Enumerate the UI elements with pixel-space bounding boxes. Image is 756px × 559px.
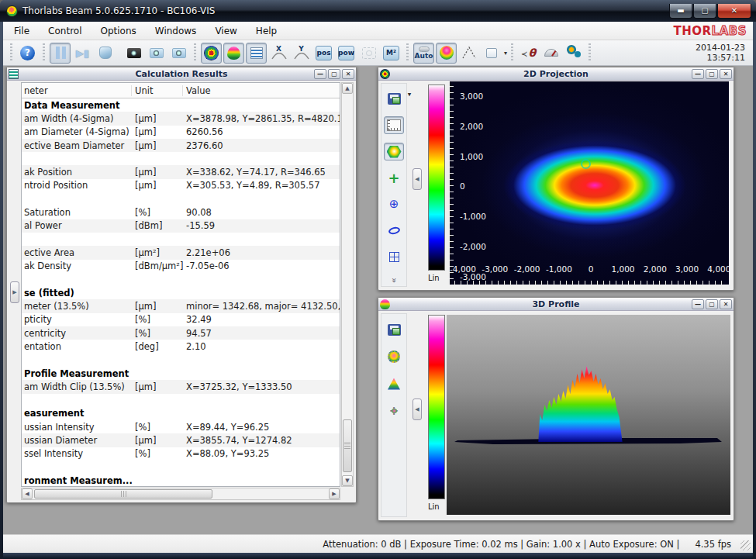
calc-results-button[interactable] xyxy=(246,43,267,64)
projection-collapse-handle[interactable]: ◀ xyxy=(413,168,422,190)
table-row[interactable]: meter (13.5%)[µm]minor= 1342.68, major= … xyxy=(22,299,340,312)
m2-button[interactable]: M² xyxy=(381,43,402,64)
table-section-row[interactable]: ronment Measurem... xyxy=(22,474,340,487)
save-image-button[interactable] xyxy=(384,90,404,108)
table-row[interactable]: ak Density[dBm/µm²]-7.05e-06 xyxy=(22,260,340,273)
window-titlebar[interactable]: Thorlabs Beam 5.0.625.1710 - BC106-VIS ▬… xyxy=(0,0,756,22)
render-settings-button[interactable] xyxy=(384,347,404,366)
calc-window-titlebar[interactable]: Calculation Results — ▢ ✕ xyxy=(7,67,356,81)
table-row[interactable]: ntroid Position[µm]X=305.53, Y=4.89, R=3… xyxy=(22,179,340,192)
gauss-fit-button[interactable] xyxy=(458,43,479,64)
menu-view[interactable]: View xyxy=(207,23,244,39)
profile-3d-button[interactable] xyxy=(223,43,244,64)
calc-minimize-button[interactable]: — xyxy=(314,69,326,79)
calc-collapse-handle[interactable]: ▶ xyxy=(10,281,19,303)
projection-titlebar[interactable]: 2D Projection — ▢ ✕ xyxy=(378,67,734,81)
table-section-row[interactable]: Profile Measurement xyxy=(22,367,340,380)
auto-exposure-button[interactable]: Auto xyxy=(413,43,434,64)
grid-overlay-button[interactable]: ▾ xyxy=(384,248,404,266)
table-row[interactable]: pticity[%]32.49 xyxy=(22,313,340,326)
plot-disabled-button[interactable] xyxy=(358,43,379,64)
rotate-view-button[interactable]: + xyxy=(384,402,404,420)
camera-grid-button[interactable] xyxy=(146,43,167,64)
save-3d-image-button[interactable] xyxy=(384,320,404,339)
projection-plot[interactable]: 3,0002,0001,0000-1,000-2,000-3,000 -4,00… xyxy=(450,81,729,285)
menu-file[interactable]: File xyxy=(6,23,37,39)
table-section-row[interactable]: Data Measurement xyxy=(22,98,340,112)
stability-button[interactable] xyxy=(563,43,584,64)
table-row[interactable]: ective Area[µm²]2.21e+06 xyxy=(22,246,340,259)
profile-close-button[interactable]: ✕ xyxy=(720,299,732,309)
scroll-right-arrow[interactable]: ▶ xyxy=(329,488,340,499)
profile-minimize-button[interactable]: — xyxy=(692,299,704,309)
camera-export-button[interactable] xyxy=(168,43,189,64)
table-section-row[interactable]: easurement xyxy=(22,407,340,420)
beam-profile-button[interactable] xyxy=(436,43,457,64)
table-row[interactable]: al Power[dBm]-15.59 xyxy=(22,219,340,233)
table-row[interactable]: am Diameter (4-Sigma)[µm]6260.56 xyxy=(22,126,340,139)
y-profile-button[interactable]: Y xyxy=(291,43,312,64)
table-row[interactable]: ak Position[µm]X=338.62, Y=74.17, R=346.… xyxy=(22,165,340,178)
table-row[interactable]: am Width Clip (13.5%)[µm]X=3725.32, Y=13… xyxy=(22,380,340,393)
pause-button[interactable] xyxy=(50,43,71,64)
menu-control[interactable]: Control xyxy=(40,23,89,39)
step-button[interactable]: ▶▮ xyxy=(72,43,93,64)
horizontal-scrollbar[interactable]: ◀ ▶ xyxy=(21,488,340,500)
table-row[interactable]: Saturation[%]90.08 xyxy=(22,205,340,219)
profile-maximize-button[interactable]: ▢ xyxy=(706,299,718,309)
surface-mode-button[interactable] xyxy=(384,374,404,393)
calc-maximize-button[interactable]: ▢ xyxy=(328,69,340,79)
projection-2d-button[interactable] xyxy=(201,43,222,64)
hscroll-thumb[interactable] xyxy=(34,489,212,499)
calc-close-button[interactable]: ✕ xyxy=(342,69,354,79)
projection-minimize-button[interactable]: — xyxy=(692,69,704,79)
power-meter-button[interactable] xyxy=(540,43,561,64)
pow-plot-button[interactable]: pow xyxy=(336,43,357,64)
pos-plot-button[interactable]: pos xyxy=(313,43,334,64)
table-row[interactable]: ussian Intensity[%]X=89.44, Y=96.25 xyxy=(22,420,340,433)
false-color-button[interactable] xyxy=(384,143,404,160)
profile-collapse-handle[interactable]: ◀ xyxy=(413,399,422,420)
table-header[interactable]: neter Unit Value xyxy=(22,83,340,98)
resize-grip[interactable] xyxy=(740,540,751,550)
help-button[interactable]: ? xyxy=(17,43,38,64)
table-row[interactable]: ssel Intensity[%]X=88.09, Y=93.25 xyxy=(22,447,340,461)
dropdown-arrow-icon[interactable]: ▾ xyxy=(504,50,507,57)
crosshair-button[interactable]: ⊕▾ xyxy=(384,195,404,213)
x-profile-button[interactable]: X xyxy=(268,43,289,64)
table-row[interactable]: ussian Diameter[µm]X=3855.74, Y=1274.82 xyxy=(22,433,340,447)
divergence-button[interactable]: θ xyxy=(518,43,539,64)
grid-dropdown[interactable]: ▾ xyxy=(408,91,411,98)
cloud-icon xyxy=(419,47,430,52)
device-button[interactable] xyxy=(95,43,116,64)
table-section-row[interactable]: se (fitted) xyxy=(22,286,340,299)
projection-maximize-button[interactable]: ▢ xyxy=(706,69,718,79)
close-button[interactable]: ✕ xyxy=(717,4,751,19)
menu-help[interactable]: Help xyxy=(248,23,285,39)
camera-settings-button[interactable] xyxy=(123,43,144,64)
ruler-button[interactable] xyxy=(384,116,404,134)
scroll-down-arrow[interactable]: ▼ xyxy=(342,475,353,486)
menu-options[interactable]: Options xyxy=(92,23,143,39)
projection-close-button[interactable]: ✕ xyxy=(720,69,732,79)
vertical-scrollbar[interactable]: ▲ ▼ xyxy=(341,82,354,487)
color-hexagon-icon xyxy=(387,146,402,158)
table-row[interactable]: am Width (4-Sigma)[µm]X=3878.98, Y=2861.… xyxy=(22,112,340,125)
minimize-button[interactable]: ▬ xyxy=(669,4,692,19)
table-row[interactable]: entation[deg]2.10 xyxy=(22,340,340,353)
table-row[interactable]: ective Beam Diameter[µm]2376.60 xyxy=(22,139,340,152)
vscroll-thumb[interactable] xyxy=(343,419,352,472)
profile-plot[interactable] xyxy=(447,315,730,515)
ellipse-overlay-button[interactable] xyxy=(384,222,404,240)
scroll-left-arrow[interactable]: ◀ xyxy=(22,488,33,499)
table-row[interactable]: centricity[%]94.57 xyxy=(22,326,340,340)
scroll-up-arrow[interactable]: ▲ xyxy=(342,83,353,94)
projection-colorbar xyxy=(428,85,445,271)
menu-windows[interactable]: Windows xyxy=(147,23,205,39)
more-tools-chevron-icon[interactable]: » xyxy=(388,278,399,281)
profile-titlebar[interactable]: 3D Profile — ▢ ✕ xyxy=(378,298,734,311)
add-marker-button[interactable]: + xyxy=(384,169,404,187)
m2-icon: M² xyxy=(383,46,399,60)
pass-fail-button[interactable] xyxy=(481,43,502,64)
maximize-button[interactable]: ▢ xyxy=(693,4,716,19)
